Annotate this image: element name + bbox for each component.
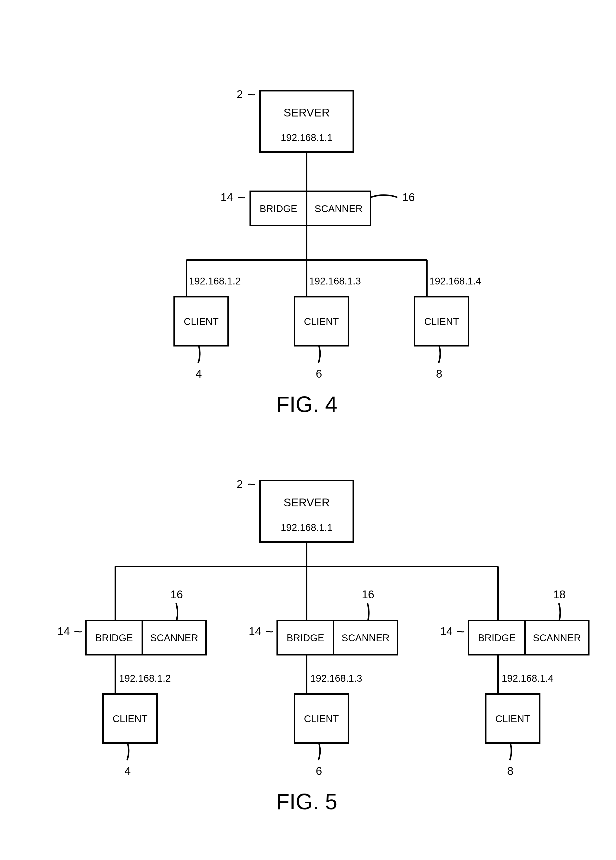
bridge-label: BRIDGE <box>95 632 133 643</box>
lead-line <box>318 346 320 363</box>
client-ip: 192.168.1.3 <box>310 673 362 684</box>
bridge-label: BRIDGE <box>259 203 297 214</box>
bridge-ref: 14 <box>220 191 233 204</box>
lead-line <box>127 743 129 760</box>
lead-line <box>559 603 560 620</box>
lead-line <box>510 743 511 760</box>
bridge-ref: 14 <box>440 625 453 637</box>
client-label: CLIENT <box>495 713 530 724</box>
bridge-label: BRIDGE <box>286 632 324 643</box>
lead-line <box>368 603 369 620</box>
scanner-label: SCANNER <box>314 203 363 214</box>
client-ref: 4 <box>124 764 131 777</box>
figure-4: SERVER 192.168.1.1 2 ~ BRIDGE SCANNER 14… <box>174 86 481 417</box>
tilde-icon: ~ <box>247 476 256 493</box>
figure-caption: FIG. 4 <box>276 392 337 417</box>
lead-line <box>318 743 320 760</box>
lead-line <box>438 346 440 363</box>
scanner-ref: 16 <box>402 191 415 204</box>
client-ip: 192.168.1.2 <box>119 673 171 684</box>
client-ref: 8 <box>507 764 514 777</box>
client-label: CLIENT <box>113 713 148 724</box>
scanner-ref: 18 <box>553 588 566 601</box>
scanner-label: SCANNER <box>341 632 390 643</box>
tilde-icon: ~ <box>74 623 82 640</box>
branch: BRIDGE SCANNER 14 ~ 18 192.168.1.4 CLIEN… <box>440 567 589 777</box>
server-label: SERVER <box>284 106 330 119</box>
server-ref: 2 <box>236 478 243 490</box>
client-label: CLIENT <box>424 316 459 327</box>
bridge-ref: 14 <box>249 625 261 637</box>
server-label: SERVER <box>284 496 330 509</box>
client-ref: 6 <box>316 367 322 380</box>
tilde-icon: ~ <box>456 623 465 640</box>
lead-line <box>198 346 200 363</box>
tilde-icon: ~ <box>237 189 246 206</box>
tilde-icon: ~ <box>247 86 256 102</box>
figure-5: SERVER 192.168.1.1 2 ~ BRIDGE SCANNER 14… <box>57 476 589 814</box>
client-ref: 8 <box>436 367 442 380</box>
client-ip: 192.168.1.4 <box>502 673 553 684</box>
client-label: CLIENT <box>304 316 339 327</box>
client-ip: 192.168.1.3 <box>309 276 361 286</box>
client-label: CLIENT <box>184 316 218 327</box>
lead-line <box>176 603 178 620</box>
lead-line <box>371 195 398 198</box>
bridge-ref: 14 <box>57 625 70 637</box>
figure-caption: FIG. 5 <box>276 789 337 814</box>
client-label: CLIENT <box>304 713 339 724</box>
server-ip: 192.168.1.1 <box>281 522 332 533</box>
client-ip: 192.168.1.2 <box>189 276 240 286</box>
tilde-icon: ~ <box>265 623 273 640</box>
scanner-ref: 16 <box>361 588 374 601</box>
scanner-ref: 16 <box>170 588 183 601</box>
bridge-label: BRIDGE <box>478 632 515 643</box>
client-ref: 4 <box>195 367 202 380</box>
scanner-label: SCANNER <box>150 632 198 643</box>
client-ref: 6 <box>316 764 322 777</box>
branch: BRIDGE SCANNER 14 ~ 16 192.168.1.3 CLIEN… <box>249 567 398 777</box>
scanner-label: SCANNER <box>533 632 581 643</box>
client-ip: 192.168.1.4 <box>429 276 481 286</box>
server-ref: 2 <box>236 88 243 100</box>
branch: BRIDGE SCANNER 14 ~ 16 192.168.1.2 CLIEN… <box>57 567 206 777</box>
server-ip: 192.168.1.1 <box>281 132 332 143</box>
